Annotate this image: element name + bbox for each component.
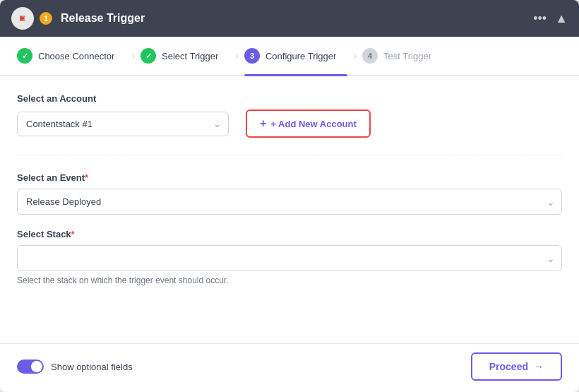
stack-section-label: Select Stack* — [17, 229, 562, 239]
stack-required-mark: * — [71, 229, 75, 239]
step-icon-test-trigger: 4 — [362, 48, 378, 64]
footer: Show optional fields Proceed → — [0, 343, 579, 392]
event-section-label: Select an Event* — [17, 172, 562, 183]
account-select-wrapper: Contentstack #1 Contentstack #2 ⌄ — [17, 112, 229, 136]
optional-fields-toggle[interactable] — [17, 360, 44, 374]
section-divider — [17, 155, 562, 155]
more-options-button[interactable]: ••• — [533, 11, 547, 26]
step-select-trigger[interactable]: ✓ Select Trigger — [141, 37, 229, 75]
step-label-test-trigger: Test Trigger — [383, 51, 431, 61]
step-choose-connector[interactable]: ✓ Choose Connector — [17, 37, 126, 75]
step-test-trigger[interactable]: 4 Test Trigger — [362, 37, 443, 75]
stack-select-wrapper: ⌄ — [17, 245, 562, 271]
toggle-label: Show optional fields — [51, 362, 133, 372]
step-label-choose-connector: Choose Connector — [38, 51, 114, 61]
main-content: Select an Account Contentstack #1 Conten… — [0, 76, 579, 343]
event-select-wrapper: Release Deployed Release Created Release… — [17, 189, 562, 215]
titlebar-actions: ••• ▲ — [533, 11, 568, 26]
account-select[interactable]: Contentstack #1 Contentstack #2 — [17, 112, 229, 136]
step-icon-choose-connector: ✓ — [17, 48, 32, 64]
account-row: Contentstack #1 Contentstack #2 ⌄ + + Ad… — [17, 109, 562, 138]
step-label-configure-trigger: Configure Trigger — [265, 51, 336, 61]
step-icon-select-trigger: ✓ — [141, 48, 156, 64]
step-label-select-trigger: Select Trigger — [162, 51, 218, 61]
step-separator-3: › — [353, 37, 357, 75]
proceed-label: Proceed — [489, 361, 528, 372]
page-title: Release Trigger — [61, 12, 533, 25]
add-new-account-button[interactable]: + + Add New Account — [246, 109, 371, 138]
proceed-button[interactable]: Proceed → — [471, 352, 562, 381]
toggle-row: Show optional fields — [17, 360, 133, 374]
step-configure-trigger[interactable]: 3 Configure Trigger — [244, 37, 347, 75]
proceed-arrow-icon: → — [534, 361, 544, 372]
account-section-label: Select an Account — [17, 93, 562, 104]
stack-section: Select Stack* ⌄ Select the stack on whic… — [17, 229, 562, 285]
event-required-mark: * — [85, 172, 88, 183]
account-section: Select an Account Contentstack #1 Conten… — [17, 93, 562, 138]
event-section: Select an Event* Release Deployed Releas… — [17, 172, 562, 215]
stack-select[interactable] — [17, 245, 562, 271]
main-window: 1 Release Trigger ••• ▲ ✓ Choose Connect… — [0, 0, 579, 392]
titlebar: 1 Release Trigger ••• ▲ — [0, 0, 579, 37]
notification-badge: 1 — [40, 12, 52, 25]
app-logo — [11, 7, 34, 30]
plus-icon: + — [260, 117, 266, 130]
add-account-label: + Add New Account — [270, 119, 356, 129]
collapse-button[interactable]: ▲ — [555, 11, 568, 26]
step-separator-1: › — [131, 37, 135, 75]
event-select[interactable]: Release Deployed Release Created Release… — [17, 189, 562, 215]
steps-bar: ✓ Choose Connector › ✓ Select Trigger › … — [0, 37, 579, 76]
step-separator-2: › — [235, 37, 239, 75]
step-icon-configure-trigger: 3 — [244, 48, 260, 64]
stack-hint: Select the stack on which the trigger ev… — [17, 275, 562, 285]
